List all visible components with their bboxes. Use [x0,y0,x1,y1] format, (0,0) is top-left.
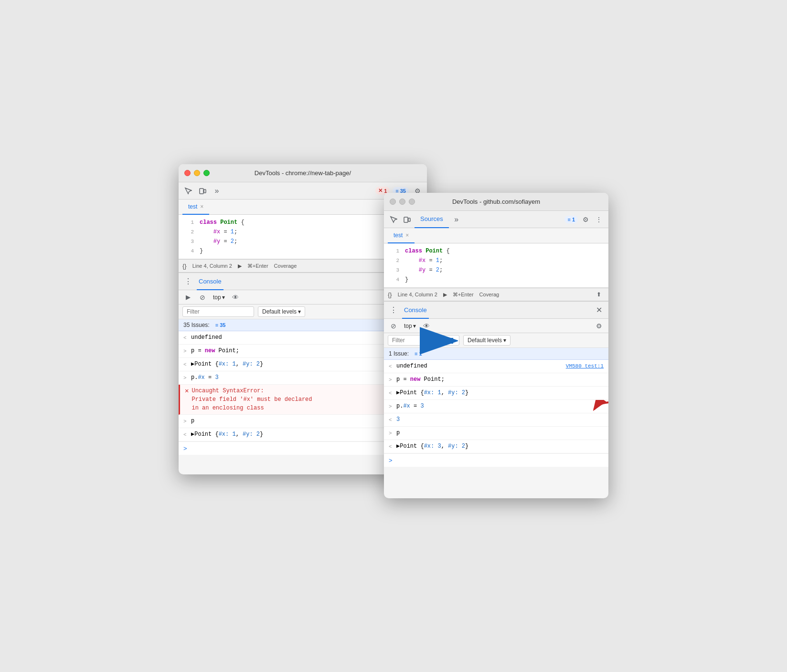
window-title-right: DevTools - github.com/sofiayem [452,198,540,205]
issues-badge-right[interactable]: ≡ 1 [564,216,578,223]
inspect-icon-right[interactable] [388,214,399,225]
close-button-right[interactable] [390,199,396,205]
svg-rect-0 [200,189,203,194]
error-icon-left: ✕ [378,188,383,194]
run-label-left: ⌘+Enter [247,263,268,269]
minimize-button-right[interactable] [399,199,405,205]
console-settings-right[interactable]: ⚙ [593,320,605,332]
svg-rect-4 [404,217,408,222]
issues-bar-text-left: 35 Issues: [183,322,210,328]
tab-bar-right: test × [384,228,608,243]
coverage-right: Coverag [479,292,500,297]
r-code-line-1: 1 class Point { [384,246,608,256]
window-title-left: DevTools - chrome://new-tab-page/ [255,169,351,177]
status-bar-right: {} Line 4, Column 2 ▶ ⌘+Enter Coverag ⬆ [384,288,608,301]
red-arrow-annotation [585,400,608,414]
r-log-entry-3: < ▶Point {#x: 1, #y: 2} [384,387,608,400]
run-icon-right: ▶ [443,292,447,298]
r-log-entry-4: > p.#x = 3 [384,400,608,413]
r-code-line-3: 3 #y = 2; [384,265,608,275]
r-log-entry-2: > p = new Point; [384,373,608,387]
code-editor-right[interactable]: 1 class Point { 2 #x = 1; 3 #y = 2; 4 } [384,243,608,288]
position-right: Line 4, Column 2 [398,292,437,297]
console-body-right[interactable]: < undefined VM580 test:1 > p = new Point… [384,360,608,467]
title-bar-left: DevTools - chrome://new-tab-page/ [179,164,427,182]
top-label-right: top [404,323,412,329]
devtools-window-right: DevTools - github.com/sofiayem Sources » [384,193,608,498]
r-log-entry-5: < 3 [384,413,608,427]
svg-rect-5 [408,218,410,221]
console-header-right: ⋮ Console ✕ [384,302,608,319]
issues-count-badge-left[interactable]: ≡ 35 [213,321,229,329]
sources-tab[interactable]: Sources [415,211,449,228]
issues-count-text-left: 35 [220,322,225,328]
inspect-icon[interactable] [182,185,194,197]
run-icon-left: ▶ [238,263,242,269]
console-more-icon-left[interactable]: ⋮ [182,276,194,287]
issues-icon-right: ≡ [567,217,570,222]
r-code-line-2: 2 #x = 1; [384,256,608,265]
tab-test-left[interactable]: test × [182,200,209,215]
position-left: Line 4, Column 2 [192,263,232,269]
console-input-right[interactable]: > [384,453,608,467]
sources-label: Sources [420,215,443,222]
tab-label-right: test [394,232,403,239]
levels-label-left: Default levels [262,308,297,315]
issues-bar-right[interactable]: 1 Issue: ≡ 1 [384,348,608,360]
settings-icon-right[interactable]: ⚙ [580,214,591,225]
console-block-icon-right[interactable]: ⊘ [388,320,399,332]
r-log-entry-1: < undefined VM580 test:1 [384,360,608,373]
r-log-entry-7: < ▶Point {#x: 3, #y: 2} [384,440,608,453]
close-button-left[interactable] [184,170,191,176]
traffic-lights-left [184,170,210,176]
console-more-icon-right[interactable]: ⋮ [388,304,399,316]
eye-icon-left[interactable]: 👁 [230,292,241,303]
traffic-lights-right [390,199,415,205]
levels-label-right: Default levels [468,337,502,344]
blue-arrow-annotation [420,326,458,355]
console-panel-right: ⋮ Console ✕ ⊘ top ▾ 👁 ⚙ Default levels [384,301,608,467]
console-block-icon-left[interactable]: ⊘ [197,292,208,303]
minimize-button-left[interactable] [194,170,200,176]
more-tabs-icon[interactable]: » [211,185,223,197]
console-run-icon-left[interactable]: ▶ [182,292,194,303]
device-icon[interactable] [197,185,208,197]
curly-braces-icon-right: {} [388,291,392,298]
levels-dropdown-left[interactable]: Default levels ▾ [258,306,305,317]
filter-input-left[interactable] [182,306,254,317]
title-bar-right: DevTools - github.com/sofiayem [384,193,608,211]
run-label-right: ⌘+Enter [453,292,474,298]
tab-close-left[interactable]: × [200,203,203,210]
expand-icon-right[interactable]: ⬆ [593,289,605,300]
maximize-button-left[interactable] [203,170,210,176]
main-tab-bar-right: Sources » ≡ 1 ⚙ ⋮ [384,211,608,228]
levels-dropdown-right[interactable]: Default levels ▾ [463,335,510,346]
error-icon-entry: ✕ [185,387,189,395]
tab-label-left: test [188,203,197,210]
coverage-left: Coverage [274,263,297,269]
console-title-left[interactable]: Console [197,273,223,290]
r-log-entry-6: > p [384,427,608,440]
more-options-icon-right[interactable]: ⋮ [593,214,605,225]
console-toolbar-right: ⊘ top ▾ 👁 ⚙ [384,319,608,333]
issues-count-right: 1 [572,217,575,222]
top-dropdown-left[interactable]: top ▾ [211,293,227,302]
top-dropdown-right[interactable]: top ▾ [402,322,418,330]
curly-braces-icon-left: {} [182,262,187,270]
issues-bar-text-right: 1 Issue: [389,350,409,357]
r-code-line-4: 4 } [384,275,608,284]
svg-rect-1 [204,189,206,193]
tab-test-right[interactable]: test × [388,228,415,243]
console-close-icon-right[interactable]: ✕ [593,304,605,316]
maximize-button-right[interactable] [409,199,415,205]
tab-close-right[interactable]: × [405,232,409,239]
more-tabs-icon-right[interactable]: » [451,214,462,225]
top-label-left: top [213,294,221,301]
console-title-right[interactable]: Console [402,302,429,319]
device-icon-right[interactable] [401,214,413,225]
